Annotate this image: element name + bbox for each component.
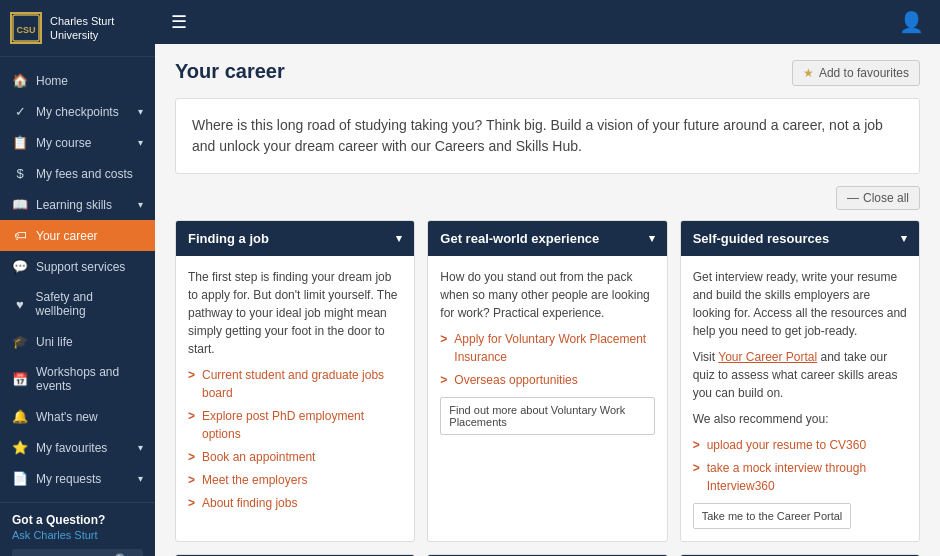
card-link[interactable]: Meet the employers bbox=[188, 471, 402, 489]
my-checkpoints-icon: ✓ bbox=[12, 104, 28, 119]
sidebar-logo: CSU Charles Sturt University bbox=[0, 0, 155, 57]
card-button[interactable]: Take me to the Career Portal bbox=[693, 503, 852, 529]
card-body-finding-job: The first step is finding your dream job… bbox=[176, 256, 414, 529]
learning-skills-icon: 📖 bbox=[12, 197, 28, 212]
chevron-down-icon: ▾ bbox=[649, 232, 655, 245]
sidebar-item-label: Your career bbox=[36, 229, 98, 243]
sidebar-item-my-requests[interactable]: 📄 My requests ▾ bbox=[0, 463, 155, 494]
sidebar-item-my-checkpoints[interactable]: ✓ My checkpoints ▾ bbox=[0, 96, 155, 127]
sidebar-item-label: Home bbox=[36, 74, 68, 88]
sidebar-item-label: My favourites bbox=[36, 441, 107, 455]
university-name: Charles Sturt University bbox=[50, 14, 114, 43]
safety-wellbeing-icon: ♥ bbox=[12, 297, 28, 312]
uni-life-icon: 🎓 bbox=[12, 334, 28, 349]
card-real-world: Get real-world experience ▾ How do you s… bbox=[427, 220, 667, 542]
sidebar-item-safety-wellbeing[interactable]: ♥ Safety and wellbeing bbox=[0, 282, 155, 326]
card-body-text: How do you stand out from the pack when … bbox=[440, 268, 654, 322]
card-body-text: Get interview ready, write your resume a… bbox=[693, 268, 907, 340]
chevron-icon: ▾ bbox=[138, 473, 143, 484]
chevron-down-icon: ▾ bbox=[396, 232, 402, 245]
sidebar-item-learning-skills[interactable]: 📖 Learning skills ▾ bbox=[0, 189, 155, 220]
minus-icon: — bbox=[847, 191, 859, 205]
my-requests-icon: 📄 bbox=[12, 471, 28, 486]
whats-new-icon: 🔔 bbox=[12, 409, 28, 424]
sidebar-item-support-services[interactable]: 💬 Support services bbox=[0, 251, 155, 282]
card-link[interactable]: About finding jobs bbox=[188, 494, 402, 512]
sidebar-item-label: My fees and costs bbox=[36, 167, 133, 181]
intro-text: Where is this long road of studying taki… bbox=[192, 115, 903, 157]
chevron-icon: ▾ bbox=[138, 442, 143, 453]
star-icon: ★ bbox=[803, 66, 814, 80]
career-portal-link[interactable]: Your Career Portal bbox=[718, 350, 817, 364]
chevron-down-icon: ▾ bbox=[901, 232, 907, 245]
sidebar-item-workshops-events[interactable]: 📅 Workshops and events bbox=[0, 357, 155, 401]
page-title: Your career bbox=[175, 60, 285, 83]
sidebar-item-uni-life[interactable]: 🎓 Uni life bbox=[0, 326, 155, 357]
close-all-bar: — Close all bbox=[175, 186, 920, 210]
card-link[interactable]: Overseas opportunities bbox=[440, 371, 654, 389]
sidebar-item-label: Learning skills bbox=[36, 198, 112, 212]
card-header-self-guided[interactable]: Self-guided resources ▾ bbox=[681, 221, 919, 256]
chevron-icon: ▾ bbox=[138, 137, 143, 148]
sidebar-item-label: My requests bbox=[36, 472, 101, 486]
sidebar-item-label: My checkpoints bbox=[36, 105, 119, 119]
recommend-text: We also recommend you: bbox=[693, 410, 907, 428]
search-bar[interactable]: 🔍 bbox=[12, 549, 143, 556]
add-to-favourites-label: Add to favourites bbox=[819, 66, 909, 80]
sidebar: CSU Charles Sturt University 🏠 Home ✓ My… bbox=[0, 0, 155, 556]
sidebar-item-label: Safety and wellbeing bbox=[36, 290, 143, 318]
card-link[interactable]: take a mock interview through Interview3… bbox=[693, 459, 907, 495]
sidebar-item-label: Workshops and events bbox=[36, 365, 143, 393]
sidebar-item-home[interactable]: 🏠 Home bbox=[0, 65, 155, 96]
card-link[interactable]: Book an appointment bbox=[188, 448, 402, 466]
card-finding-job: Finding a job ▾ The first step is findin… bbox=[175, 220, 415, 542]
card-self-guided: Self-guided resources ▾ Get interview re… bbox=[680, 220, 920, 542]
sidebar-item-label: What's new bbox=[36, 410, 98, 424]
card-link[interactable]: Current student and graduate jobs board bbox=[188, 366, 402, 402]
card-button[interactable]: Find out more about Voluntary Work Place… bbox=[440, 397, 654, 435]
ask-charles-sturt-link[interactable]: Ask Charles Sturt bbox=[12, 529, 143, 541]
hamburger-icon[interactable]: ☰ bbox=[171, 11, 187, 33]
intro-box: Where is this long road of studying taki… bbox=[175, 98, 920, 174]
sidebar-item-your-career[interactable]: 🏷 Your career bbox=[0, 220, 155, 251]
portal-text1: Visit Your Career Portal and take our qu… bbox=[693, 348, 907, 402]
main-content: ☰ 👤 Your career ★ Add to favourites Wher… bbox=[155, 0, 940, 556]
card-link[interactable]: Apply for Voluntary Work Placement Insur… bbox=[440, 330, 654, 366]
add-to-favourites-button[interactable]: ★ Add to favourites bbox=[792, 60, 920, 86]
card-body-text: The first step is finding your dream job… bbox=[188, 268, 402, 358]
home-icon: 🏠 bbox=[12, 73, 28, 88]
your-career-icon: 🏷 bbox=[12, 228, 28, 243]
close-all-label: Close all bbox=[863, 191, 909, 205]
top-bar-right: 👤 bbox=[899, 10, 924, 34]
top-bar: ☰ 👤 bbox=[155, 0, 940, 44]
svg-text:CSU: CSU bbox=[16, 25, 35, 35]
my-course-icon: 📋 bbox=[12, 135, 28, 150]
card-title: Get real-world experience bbox=[440, 231, 599, 246]
my-fees-icon: $ bbox=[12, 166, 28, 181]
support-services-icon: 💬 bbox=[12, 259, 28, 274]
card-link[interactable]: Explore post PhD employment options bbox=[188, 407, 402, 443]
sidebar-navigation: 🏠 Home ✓ My checkpoints ▾ 📋 My course ▾ … bbox=[0, 57, 155, 502]
page-header: Your career ★ Add to favourites bbox=[175, 60, 920, 86]
card-header-real-world[interactable]: Get real-world experience ▾ bbox=[428, 221, 666, 256]
card-link[interactable]: upload your resume to CV360 bbox=[693, 436, 907, 454]
sidebar-bottom: Got a Question? Ask Charles Sturt 🔍 bbox=[0, 502, 155, 556]
sidebar-item-whats-new[interactable]: 🔔 What's new bbox=[0, 401, 155, 432]
card-body-real-world: How do you stand out from the pack when … bbox=[428, 256, 666, 447]
sidebar-item-label: Uni life bbox=[36, 335, 73, 349]
card-header-finding-job[interactable]: Finding a job ▾ bbox=[176, 221, 414, 256]
workshops-events-icon: 📅 bbox=[12, 372, 28, 387]
sidebar-item-label: My course bbox=[36, 136, 91, 150]
card-grid: Finding a job ▾ The first step is findin… bbox=[175, 220, 920, 556]
close-all-button[interactable]: — Close all bbox=[836, 186, 920, 210]
sidebar-item-label: Support services bbox=[36, 260, 125, 274]
user-profile-icon[interactable]: 👤 bbox=[899, 11, 924, 33]
sidebar-item-my-course[interactable]: 📋 My course ▾ bbox=[0, 127, 155, 158]
content-area: Your career ★ Add to favourites Where is… bbox=[155, 44, 940, 556]
my-favourites-icon: ⭐ bbox=[12, 440, 28, 455]
sidebar-item-my-favourites[interactable]: ⭐ My favourites ▾ bbox=[0, 432, 155, 463]
chevron-icon: ▾ bbox=[138, 199, 143, 210]
csu-logo-icon: CSU bbox=[10, 12, 42, 44]
sidebar-item-my-fees[interactable]: $ My fees and costs bbox=[0, 158, 155, 189]
card-title: Self-guided resources bbox=[693, 231, 830, 246]
